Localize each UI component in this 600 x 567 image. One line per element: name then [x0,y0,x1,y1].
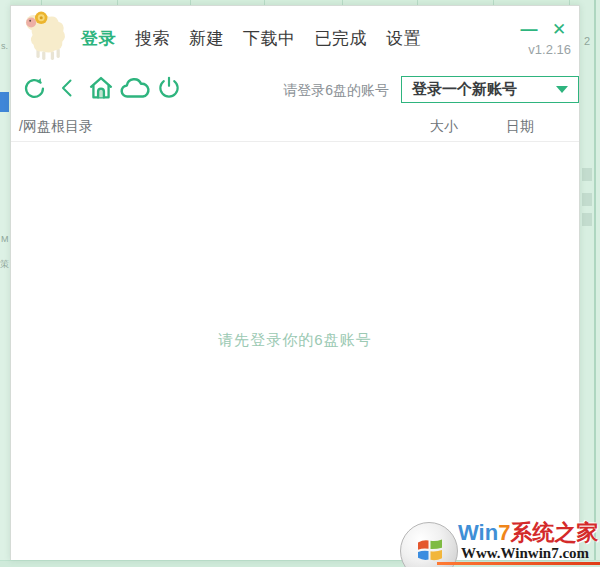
background-fragment [582,193,592,206]
close-button[interactable]: ✕ [549,20,569,40]
background-fragment: 2 [584,36,590,47]
path-header: /网盘根目录 [19,118,93,136]
desktop-background: s. M 策 2 [0,0,600,567]
back-button[interactable] [57,75,79,105]
background-fragment [582,168,592,181]
background-fragment [582,213,592,226]
date-column-header: 日期 [506,118,534,136]
chevron-down-icon [556,86,568,93]
background-divider [594,0,596,567]
home-button[interactable] [86,75,116,105]
watermark-underline [437,562,600,565]
windows-logo-icon [400,522,458,567]
empty-state-message: 请先登录你的6盘账号 [11,331,579,350]
menu-tab-new[interactable]: 新建 [189,27,224,50]
cloud-icon [119,76,151,105]
background-right-strip: 2 [580,0,600,567]
window-controls: — ✕ [519,20,569,40]
menu-tab-search[interactable]: 搜索 [135,27,170,50]
main-menu: 登录 搜索 新建 下载中 已完成 设置 [81,27,421,50]
account-dropdown[interactable]: 登录一个新账号 [401,76,579,103]
file-list-header: /网盘根目录 大小 日期 [11,113,579,142]
background-fragment: 策 [0,260,9,269]
menu-tab-completed[interactable]: 已完成 [315,27,368,50]
login-hint-label: 请登录6盘的账号 [283,82,389,100]
toolbar: 请登录6盘的账号 登录一个新账号 [11,68,579,112]
background-fragment: s. [1,42,8,51]
file-list-area: 请先登录你的6盘账号 [11,143,579,560]
app-window: 登录 搜索 新建 下载中 已完成 设置 — ✕ v1.2.16 [10,5,580,560]
minimize-button[interactable]: — [519,20,539,40]
background-fragment [0,92,9,112]
app-logo-sheep-icon [23,10,69,62]
account-dropdown-value: 登录一个新账号 [412,80,556,99]
power-icon [156,75,182,105]
watermark: Win7系统之家 Www.Winwin7.com [398,518,600,567]
size-column-header: 大小 [430,118,458,136]
background-left-strip: s. M 策 [0,0,10,567]
watermark-title: Win7系统之家 [458,518,598,548]
menu-tab-downloading[interactable]: 下载中 [243,27,296,50]
menu-tab-settings[interactable]: 设置 [386,27,421,50]
power-button[interactable] [154,75,184,105]
refresh-icon [21,75,48,106]
cloud-button[interactable] [118,75,152,105]
title-bar: 登录 搜索 新建 下载中 已完成 设置 — ✕ v1.2.16 [11,6,579,64]
menu-tab-login[interactable]: 登录 [81,27,116,50]
watermark-url: Www.Winwin7.com [461,545,589,562]
refresh-button[interactable] [19,75,49,105]
version-label: v1.2.16 [528,42,571,57]
home-icon [87,74,115,106]
back-icon [56,76,80,104]
background-fragment: M [1,235,9,244]
